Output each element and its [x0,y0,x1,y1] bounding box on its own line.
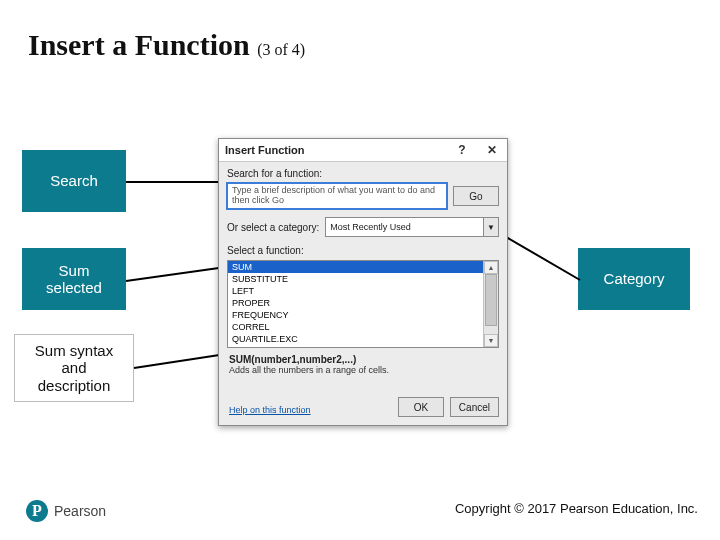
callout-category: Category [578,248,690,310]
copyright-text: Copyright © 2017 Pearson Education, Inc. [455,501,698,516]
brand-name: Pearson [54,503,106,519]
select-function-label: Select a function: [219,239,507,258]
ok-button[interactable]: OK [398,397,444,417]
list-item[interactable]: SUM [228,261,498,273]
leader-line [126,263,226,283]
scroll-thumb[interactable] [485,274,497,326]
go-button[interactable]: Go [453,186,499,206]
close-button[interactable]: ✕ [477,139,507,161]
list-item[interactable]: QUARTILE.EXC [228,333,498,345]
category-select[interactable]: Most Recently Used ▼ [325,217,499,237]
category-value: Most Recently Used [330,222,411,232]
svg-line-2 [134,354,226,368]
list-item[interactable]: CORREL [228,321,498,333]
list-item[interactable]: FREQUENCY [228,309,498,321]
list-item[interactable]: SUBSTITUTE [228,273,498,285]
callout-sum-l2: selected [46,279,102,296]
callout-syntax-l3: description [38,377,111,394]
dialog-title: Insert Function [225,144,304,156]
chevron-down-icon: ▼ [483,218,498,236]
callout-syntax-l2: and [61,359,86,376]
list-item[interactable]: LEFT [228,285,498,297]
callout-search: Search [22,150,126,212]
function-listbox[interactable]: SUM SUBSTITUTE LEFT PROPER FREQUENCY COR… [227,260,499,348]
cancel-button[interactable]: Cancel [450,397,499,417]
leader-line [126,181,221,183]
function-description: Adds all the numbers in a range of cells… [219,365,507,375]
dialog-titlebar: Insert Function ? ✕ [219,139,507,162]
search-input[interactable]: Type a brief description of what you wan… [227,183,447,209]
callout-category-label: Category [604,270,665,287]
scroll-down-icon[interactable]: ▼ [484,334,498,347]
search-label: Search for a function: [219,162,507,181]
function-syntax: SUM(number1,number2,...) [219,348,507,365]
brand-logo: P Pearson [26,500,106,522]
callout-syntax: Sum syntax and description [14,334,134,402]
callout-search-label: Search [50,172,98,189]
callout-sum-l1: Sum [59,262,90,279]
help-button[interactable]: ? [447,139,477,161]
callout-syntax-l1: Sum syntax [35,342,113,359]
title-main: Insert a Function [28,28,250,61]
help-link[interactable]: Help on this function [229,405,311,415]
scroll-up-icon[interactable]: ▲ [484,261,498,274]
brand-mark-icon: P [26,500,48,522]
category-label: Or select a category: [227,222,319,233]
scrollbar[interactable]: ▲ ▼ [483,261,498,347]
leader-line [134,352,226,372]
svg-line-0 [126,267,226,281]
insert-function-dialog: Insert Function ? ✕ Search for a functio… [218,138,508,426]
slide-title: Insert a Function (3 of 4) [28,28,305,62]
callout-sum-selected: Sum selected [22,248,126,310]
list-item[interactable]: PROPER [228,297,498,309]
title-sub: (3 of 4) [257,41,305,58]
